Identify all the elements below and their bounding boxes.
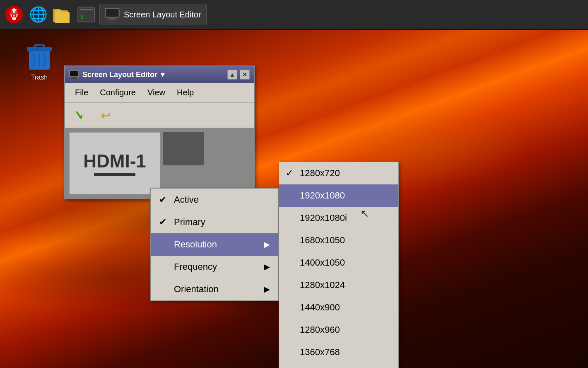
ctx-frequency-label: Frequency (174, 261, 217, 272)
ctx-primary-label: Primary (174, 217, 205, 228)
monitor-primary-label: HDMI-1 (83, 151, 146, 172)
sle-toolbar: ✔ ↩ (65, 103, 254, 128)
ctx-active-label: Active (174, 194, 199, 205)
monitor-underline (94, 173, 135, 176)
res-item-1680x1050[interactable]: 1680x1050 (279, 229, 398, 252)
svg-point-2 (10, 10, 13, 15)
undo-icon: ↩ (101, 108, 111, 123)
taskbar-rpi-button[interactable] (3, 4, 25, 25)
taskbar-sle-label: Screen Layout Editor (124, 10, 201, 19)
sle-window-title: Screen Layout Editor (82, 70, 157, 79)
svg-rect-17 (108, 19, 116, 20)
ctx-orientation-label: Orientation (174, 284, 219, 295)
res-1400x1050-label: 1400x1050 (300, 257, 345, 268)
monitor-icon (105, 8, 120, 21)
sle-titlebar-controls: ▲ ✕ (227, 70, 250, 80)
trash-icon (25, 41, 54, 71)
sle-window: Screen Layout Editor ▾ ▲ ✕ File Configur… (64, 65, 255, 199)
menu-file[interactable]: File (69, 85, 94, 100)
primary-check-icon: ✔ (159, 217, 169, 228)
monitor-secondary-block[interactable] (163, 132, 204, 165)
monitor-primary-block[interactable]: HDMI-1 (69, 132, 160, 194)
ctx-resolution-label: Resolution (174, 239, 217, 250)
trash-label: Trash (31, 74, 48, 81)
sle-title-arrow[interactable]: ▾ (161, 70, 164, 79)
menu-help[interactable]: Help (171, 85, 200, 100)
sle-menubar: File Configure View Help (65, 83, 254, 103)
trash-desktop-icon[interactable]: Trash (25, 41, 54, 81)
svg-text:$_: $_ (80, 13, 87, 20)
ctx-item-frequency[interactable]: ✔ Frequency ▶ (151, 256, 278, 278)
svg-rect-25 (70, 71, 78, 76)
svg-rect-20 (35, 45, 44, 48)
ctx-item-active[interactable]: ✔ Active (151, 189, 278, 211)
sle-close-button[interactable]: ✕ (240, 70, 250, 80)
resolution-arrow-icon: ▶ (264, 240, 270, 249)
res-1280x720-label: 1280x720 (300, 168, 340, 179)
sle-titlebar-left: Screen Layout Editor ▾ (69, 70, 164, 79)
res-item-1280x960[interactable]: 1280x960 (279, 319, 398, 341)
checkmark-icon: ✔ (75, 107, 84, 123)
taskbar-sle-button[interactable]: Screen Layout Editor (99, 4, 207, 25)
res-1920x1080i-label: 1920x1080i (300, 213, 347, 223)
res-1280x960-label: 1280x960 (300, 324, 340, 335)
ctx-item-orientation[interactable]: ✔ Orientation ▶ (151, 278, 278, 300)
taskbar-filemanager-button[interactable] (51, 4, 73, 25)
res-item-1440x900[interactable]: 1440x900 (279, 296, 398, 319)
res-item-1360x768[interactable]: 1360x768 (279, 341, 398, 363)
window-monitor-icon (69, 70, 79, 79)
resolution-submenu: 1280x720 1920x1080 1920x1080i 1680x1050 … (279, 162, 399, 368)
active-check-icon: ✔ (159, 194, 169, 205)
taskbar-browser-button[interactable]: 🌐 (27, 4, 49, 25)
svg-rect-15 (106, 9, 118, 17)
rpi-icon (5, 5, 24, 24)
folder-icon (53, 6, 71, 23)
svg-point-5 (13, 15, 15, 17)
svg-rect-26 (72, 77, 76, 78)
apply-button[interactable]: ✔ (69, 106, 89, 124)
svg-rect-16 (110, 17, 115, 19)
svg-rect-27 (71, 78, 77, 79)
terminal-icon: $_ (77, 6, 95, 23)
sle-maximize-button[interactable]: ▲ (227, 70, 237, 80)
svg-point-3 (15, 10, 18, 15)
menu-configure[interactable]: Configure (94, 85, 142, 100)
res-item-1280x1024[interactable]: 1280x1024 (279, 274, 398, 296)
ctx-item-primary[interactable]: ✔ Primary (151, 211, 278, 233)
res-1280x1024-label: 1280x1024 (300, 280, 345, 291)
undo-button[interactable]: ↩ (96, 106, 116, 124)
res-item-1400x1050[interactable]: 1400x1050 (279, 252, 398, 274)
taskbar-terminal-button[interactable]: $_ (75, 4, 97, 25)
menu-view[interactable]: View (142, 85, 171, 100)
res-item-1920x1080i[interactable]: 1920x1080i (279, 207, 398, 229)
res-1680x1050-label: 1680x1050 (300, 235, 345, 246)
res-1360x768-label: 1360x768 (300, 347, 340, 358)
svg-point-6 (12, 17, 16, 20)
res-item-1280x720[interactable]: 1280x720 (279, 162, 398, 184)
frequency-arrow-icon: ▶ (264, 262, 270, 271)
res-1920x1080-label: 1920x1080 (300, 190, 345, 201)
svg-rect-12 (80, 9, 93, 10)
orientation-arrow-icon: ▶ (264, 285, 270, 294)
res-item-1280x800[interactable]: 1280x800 (279, 363, 398, 368)
ctx-item-resolution[interactable]: ✔ Resolution ▶ (151, 233, 278, 256)
globe-icon: 🌐 (29, 6, 48, 23)
taskbar: 🌐 $_ Screen Layout Editor (0, 0, 588, 30)
svg-rect-10 (55, 10, 62, 14)
context-menu: ✔ Active ✔ Primary ✔ Resolution ▶ ✔ Freq… (150, 188, 279, 301)
res-item-1920x1080[interactable]: 1920x1080 (279, 184, 398, 207)
sle-titlebar: Screen Layout Editor ▾ ▲ ✕ (65, 66, 254, 83)
res-1440x900-label: 1440x900 (300, 302, 340, 313)
